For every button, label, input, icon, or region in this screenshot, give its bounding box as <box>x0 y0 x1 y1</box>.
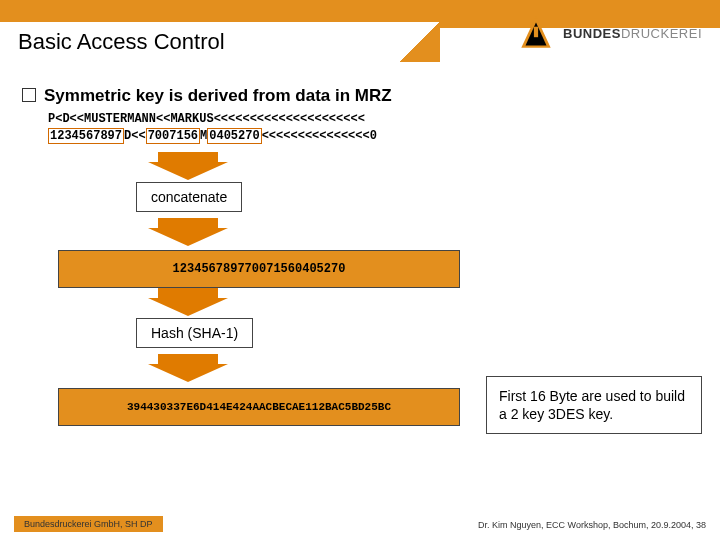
svg-marker-6 <box>148 354 228 382</box>
bullet-text: Symmetric key is derived from data in MR… <box>44 86 392 105</box>
arrow-down-icon <box>148 150 228 180</box>
mrz-tail: <<<<<<<<<<<<<<<0 <box>262 129 377 143</box>
svg-rect-2 <box>534 27 538 38</box>
bullet-heading: Symmetric key is derived from data in MR… <box>22 86 702 106</box>
brand-logo: BUNDESDRUCKEREI <box>515 12 702 54</box>
arrow-down-icon <box>148 216 228 246</box>
svg-marker-5 <box>148 288 228 316</box>
concatenated-value: 123456789770071560405270 <box>58 250 460 288</box>
eagle-icon <box>515 12 557 54</box>
title-slant <box>400 22 440 62</box>
hash-value: 394430337E6D414E424AACBECAE112BAC5BD25BC <box>58 388 460 426</box>
footer-right: Dr. Kim Nguyen, ECC Workshop, Bochum, 20… <box>478 520 706 530</box>
footer: Bundesdruckerei GmbH, SH DP Dr. Kim Nguy… <box>0 512 720 534</box>
mrz-docno: 1234567897 <box>48 128 124 144</box>
arrow-down-icon <box>148 286 228 316</box>
mrz-line-2: 1234567897D<<7007156M0405270<<<<<<<<<<<<… <box>48 128 702 144</box>
bullet-square-icon <box>22 88 36 102</box>
mrz-expiry: 0405270 <box>207 128 261 144</box>
step-concatenate: concatenate <box>136 182 242 212</box>
mrz-dob: 7007156 <box>146 128 200 144</box>
brand-text: BUNDESDRUCKEREI <box>563 26 702 41</box>
step-hash: Hash (SHA-1) <box>136 318 253 348</box>
mrz-sep1: D<< <box>124 129 146 143</box>
note-box: First 16 Byte are used to build a 2 key … <box>486 376 702 434</box>
mrz-sex: M <box>200 129 207 143</box>
mrz-line-1: P<D<<MUSTERMANN<<MARKUS<<<<<<<<<<<<<<<<<… <box>48 112 702 126</box>
footer-left: Bundesdruckerei GmbH, SH DP <box>14 516 163 532</box>
svg-marker-3 <box>148 152 228 180</box>
svg-marker-4 <box>148 218 228 246</box>
page-title: Basic Access Control <box>0 22 418 62</box>
arrow-down-icon <box>148 352 228 382</box>
